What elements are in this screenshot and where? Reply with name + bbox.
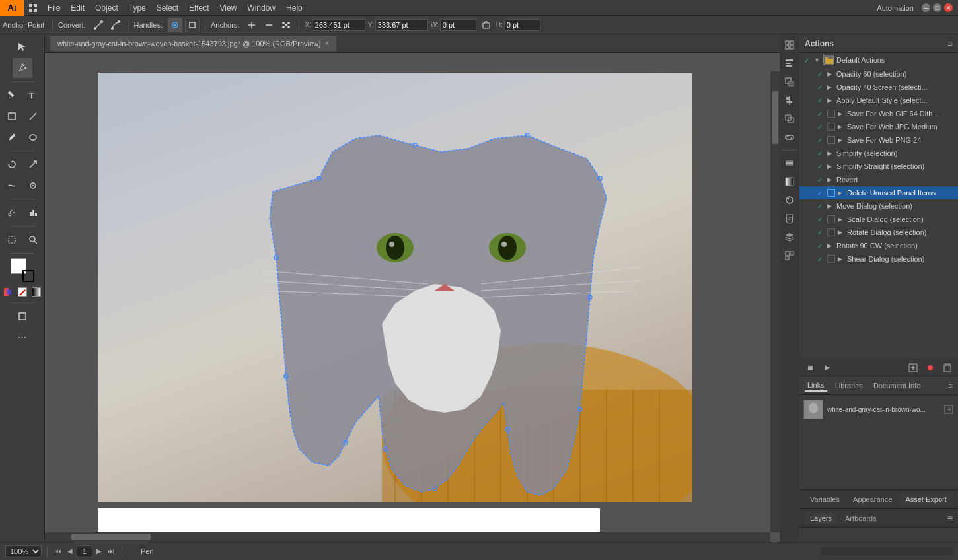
- artboards-icon[interactable]: [782, 248, 797, 263]
- arrange-icon[interactable]: [782, 37, 797, 53]
- prev-page-btn[interactable]: ◀: [65, 546, 75, 557]
- action-item-10[interactable]: ✓ ▶ Move Dialog (selection): [799, 199, 958, 213]
- action-item-7[interactable]: ✓ ▶ Simplify Straight (selection): [799, 160, 958, 173]
- horizontal-scrollbar[interactable]: [45, 532, 770, 542]
- none-btn[interactable]: [17, 286, 28, 298]
- text-tool[interactable]: T: [23, 85, 43, 105]
- menu-view[interactable]: View: [215, 0, 242, 15]
- rotate-tool[interactable]: [2, 155, 22, 174]
- group-collapse[interactable]: ▼: [814, 57, 821, 63]
- warp-tool[interactable]: [2, 176, 22, 195]
- links-icon[interactable]: [782, 129, 797, 145]
- document-tab[interactable]: white-and-gray-cat-in-brown-woven-basket…: [50, 36, 336, 51]
- menu-effect[interactable]: Effect: [184, 0, 214, 15]
- action-item-11[interactable]: ✓ ▶ Scale Dialog (selection): [799, 213, 958, 226]
- action-item-9[interactable]: ✓ ▶ Delete Unused Panel Items: [799, 186, 958, 199]
- tab-close-btn[interactable]: ×: [325, 40, 329, 47]
- variables-tab[interactable]: Variables: [805, 493, 845, 505]
- libraries-tab[interactable]: Libraries: [832, 380, 866, 391]
- menu-object[interactable]: Object: [90, 0, 124, 15]
- select-tool[interactable]: [13, 37, 32, 57]
- handle-sym-btn[interactable]: [168, 18, 182, 32]
- links-panel-menu[interactable]: ≡: [949, 382, 953, 390]
- blob-brush-tool[interactable]: [23, 127, 43, 147]
- rectangle-tool[interactable]: [2, 106, 22, 126]
- document-info-tab[interactable]: Document Info: [871, 380, 924, 391]
- menu-edit[interactable]: Edit: [65, 0, 90, 15]
- constrain-btn[interactable]: [479, 18, 494, 32]
- appearance-tab[interactable]: Appearance: [848, 493, 897, 505]
- actions-list[interactable]: ✓ ▼ Default Actions ✓ ▶ Opacity 60 (sele…: [799, 53, 958, 359]
- delete-action-btn[interactable]: [941, 362, 954, 374]
- action-item-6[interactable]: ✓ ▶ Simplify (selection): [799, 147, 958, 160]
- menu-file[interactable]: File: [42, 0, 65, 15]
- w-input[interactable]: [440, 19, 476, 31]
- asset-export-tab[interactable]: Asset Export: [900, 493, 951, 505]
- layers-panel-menu[interactable]: ≡: [947, 513, 953, 524]
- menu-help[interactable]: Help: [281, 0, 308, 15]
- column-graph[interactable]: [23, 203, 43, 223]
- transform-icon[interactable]: [782, 74, 797, 90]
- link-item-0[interactable]: white-and-gray-cat-in-brown-wo...: [802, 398, 955, 421]
- action-item-1[interactable]: ✓ ▶ Opacity 40 Screen (selecti...: [799, 81, 958, 94]
- anchor-remove-btn[interactable]: [262, 18, 276, 32]
- y-input[interactable]: [375, 19, 428, 31]
- next-page-btn[interactable]: ▶: [94, 546, 104, 557]
- action-group-default[interactable]: ✓ ▼ Default Actions: [799, 53, 958, 67]
- stop-btn[interactable]: ⏹: [803, 362, 817, 374]
- action-item-4[interactable]: ✓ ▶ Save For Web JPG Medium: [799, 120, 958, 133]
- x-input[interactable]: [313, 19, 365, 31]
- anchor-add-btn[interactable]: [244, 18, 259, 32]
- menu-select[interactable]: Select: [151, 0, 184, 15]
- last-page-btn[interactable]: ⏭: [106, 546, 116, 557]
- vertical-scrollbar[interactable]: [770, 71, 780, 532]
- draw-normal[interactable]: [13, 306, 32, 326]
- css-icon[interactable]: [782, 211, 797, 227]
- menu-type[interactable]: Type: [124, 0, 151, 15]
- stroke-icon[interactable]: [782, 155, 797, 171]
- page-input[interactable]: [77, 545, 92, 557]
- grad-btn[interactable]: [30, 286, 42, 298]
- minimize-button[interactable]: ─: [922, 3, 930, 12]
- action-item-13[interactable]: ✓ ▶ Rotate 90 CW (selection): [799, 239, 958, 252]
- scale-tool[interactable]: [23, 155, 43, 174]
- horizontal-scrollbar-thumb[interactable]: [71, 534, 151, 540]
- zoom-tool[interactable]: [23, 230, 43, 250]
- actions-panel-menu[interactable]: ≡: [947, 38, 953, 49]
- menu-window[interactable]: Window: [242, 0, 281, 15]
- artboards-tab-btn[interactable]: Artboards: [840, 513, 882, 524]
- pencil-tool[interactable]: [2, 85, 22, 105]
- new-action-btn[interactable]: [906, 362, 920, 374]
- h-input[interactable]: [504, 19, 540, 31]
- symbol-sprayer[interactable]: [2, 203, 22, 223]
- align-btn[interactable]: [279, 18, 293, 32]
- maximize-button[interactable]: □: [933, 3, 941, 12]
- link-relink-0[interactable]: [943, 404, 954, 415]
- properties-icon[interactable]: [782, 55, 797, 71]
- canvas-inner[interactable]: [45, 53, 780, 542]
- action-item-2[interactable]: ✓ ▶ Apply Default Style (select...: [799, 94, 958, 107]
- pathfinder-icon[interactable]: [782, 111, 797, 127]
- color-mode-btn[interactable]: [3, 286, 15, 298]
- vertical-scrollbar-thumb[interactable]: [772, 91, 778, 144]
- gradient-icon[interactable]: [782, 174, 797, 190]
- line-tool[interactable]: [23, 106, 43, 126]
- align-icon[interactable]: [782, 92, 797, 108]
- action-item-12[interactable]: ✓ ▶ Rotate Dialog (selection): [799, 226, 958, 239]
- appearance-icon[interactable]: [782, 192, 797, 208]
- color-boxes[interactable]: [11, 258, 34, 282]
- action-item-5[interactable]: ✓ ▶ Save For Web PNG 24: [799, 133, 958, 147]
- layers-tab-btn[interactable]: Layers: [805, 513, 837, 524]
- zoom-select[interactable]: 100% 50% 200%: [5, 545, 42, 557]
- action-item-8[interactable]: ✓ ▶ Revert: [799, 173, 958, 186]
- action-item-0[interactable]: ✓ ▶ Opacity 60 (selection): [799, 67, 958, 81]
- record-btn[interactable]: [924, 362, 937, 374]
- convert-corner-btn[interactable]: [91, 18, 106, 32]
- close-button[interactable]: ✕: [944, 3, 953, 12]
- more-tools-btn[interactable]: ···: [18, 328, 26, 347]
- first-page-btn[interactable]: ⏮: [53, 546, 63, 557]
- action-item-3[interactable]: ✓ ▶ Save For Web GIF 64 Dith...: [799, 107, 958, 120]
- layer-icon[interactable]: [782, 229, 797, 245]
- artboard-tool[interactable]: [2, 230, 22, 250]
- pen-tool[interactable]: [13, 58, 32, 78]
